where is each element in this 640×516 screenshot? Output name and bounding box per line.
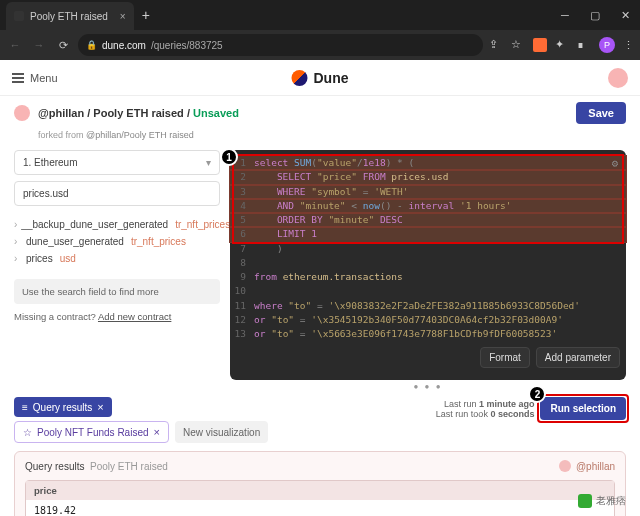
address-bar[interactable]: 🔒 dune.com/queries/883725 (78, 34, 483, 56)
column-header[interactable]: price (26, 481, 614, 500)
cell-value: 1819.42 (26, 500, 614, 516)
result-card: Query results Pooly ETH raised @phillan … (14, 451, 626, 516)
tab-close-icon[interactable]: × (154, 426, 160, 438)
dataset-value: 1. Ethereum (23, 157, 77, 168)
menu-button[interactable]: Menu (12, 72, 58, 84)
result-header: Query results Pooly ETH raised @phillan (25, 460, 615, 472)
code-line[interactable]: 10 (230, 284, 626, 298)
tab-close-icon[interactable]: × (120, 11, 126, 22)
brand-name: Dune (314, 70, 349, 86)
search-hint: Use the search field to find more (14, 279, 220, 304)
hamburger-icon (12, 73, 24, 83)
tab-icon: ≡ (22, 402, 28, 413)
nav-reload-icon[interactable]: ⟳ (54, 39, 72, 52)
nav-forward-icon: → (30, 39, 48, 51)
extension-icons: P ⋮ (489, 37, 634, 53)
schema-tree-row[interactable]: dune_user_generated tr_nft_prices (14, 233, 220, 250)
brand[interactable]: Dune (292, 70, 349, 86)
maximize-button[interactable]: ▢ (580, 9, 610, 22)
annotation-marker-1: 1 (220, 148, 238, 166)
nav-back-icon[interactable]: ← (6, 39, 24, 51)
window-controls: ─ ▢ ✕ (550, 9, 640, 22)
tab-favicon (14, 11, 24, 21)
add-contract-link[interactable]: Add new contract (98, 311, 171, 322)
code-line[interactable]: 5 ORDER BY "minute" DESC (230, 213, 626, 227)
editor-panel: 1 ⚙ 1select SUM("value"/1e18) * (2 SELEC… (230, 150, 626, 380)
save-button[interactable]: Save (576, 102, 626, 124)
url-path: /queries/883725 (151, 40, 223, 51)
code-line[interactable]: 4 AND "minute" < now() - interval '1 hou… (230, 199, 626, 213)
fork-info: forked from @phillan/Pooly ETH raised (0, 130, 640, 146)
breadcrumb-status: Unsaved (193, 107, 239, 119)
browser-menu-icon[interactable]: ⋮ (623, 39, 634, 52)
code-line[interactable]: 12or "to" = '\x3545192b340F50d77403DC0A6… (230, 313, 626, 327)
code-line[interactable]: 8 (230, 256, 626, 270)
code-line[interactable]: 2 SELECT "price" FROM prices.usd (230, 170, 626, 184)
result-owner[interactable]: @phillan (559, 460, 615, 472)
new-tab-button[interactable]: + (142, 7, 150, 23)
breadcrumb: @phillan / Pooly ETH raised / Unsaved (38, 107, 239, 119)
run-selection-button[interactable]: Run selection (540, 397, 626, 420)
schema-tree-row[interactable]: __backup_dune_user_generated tr_nft_pric… (14, 216, 220, 233)
code-line[interactable]: 3 WHERE "symbol" = 'WETH' (230, 185, 626, 199)
watermark-icon (578, 494, 592, 508)
tab-title: Pooly ETH raised (30, 11, 108, 22)
extension-icon[interactable] (533, 38, 547, 52)
page-content: Menu Dune @phillan / Pooly ETH raised / … (0, 60, 640, 516)
watermark: 老雅痞 (578, 494, 626, 508)
viz-tabs-row: ≡ Query results × ☆ Pooly NFT Funds Rais… (0, 393, 640, 443)
new-visualization-button[interactable]: New visualization (175, 421, 268, 443)
menu-label: Menu (30, 72, 58, 84)
query-header: @phillan / Pooly ETH raised / Unsaved Sa… (0, 96, 640, 130)
bookmark-icon[interactable] (511, 38, 525, 52)
sql-editor[interactable]: ⚙ 1select SUM("value"/1e18) * (2 SELECT … (230, 150, 626, 380)
editor-settings-icon[interactable]: ⚙ (611, 156, 618, 173)
owner-avatar-small (559, 460, 571, 472)
run-button-wrap: 2 Run selection (540, 397, 626, 420)
dataset-select[interactable]: 1. Ethereum (14, 150, 220, 175)
code-line[interactable]: 13or "to" = '\x5663e3E096f1743e7788F1bCD… (230, 327, 626, 341)
schema-explorer: 1. Ethereum __backup_dune_user_generated… (14, 150, 220, 393)
browser-toolbar: ← → ⟳ 🔒 dune.com/queries/883725 P ⋮ (0, 30, 640, 60)
add-parameter-button[interactable]: Add parameter (536, 347, 620, 368)
schema-tree-row[interactable]: prices usd (14, 250, 220, 267)
share-icon[interactable] (489, 38, 503, 52)
editor-footer: Format Add parameter (230, 341, 626, 374)
code-line[interactable]: 1select SUM("value"/1e18) * ( (230, 156, 626, 170)
apps-icon[interactable] (577, 38, 591, 52)
code-line[interactable]: 9from ethereum.transactions (230, 270, 626, 284)
fork-link[interactable]: @phillan/Pooly ETH raised (86, 130, 194, 140)
app-header: Menu Dune (0, 60, 640, 96)
result-title: Query results Pooly ETH raised (25, 461, 168, 472)
tab-viz-1[interactable]: ☆ Pooly NFT Funds Raised × (14, 421, 169, 443)
lock-icon: 🔒 (86, 40, 97, 50)
schema-tree: __backup_dune_user_generated tr_nft_pric… (14, 216, 220, 267)
brand-logo-icon (292, 70, 308, 86)
editor-column: 1 ⚙ 1select SUM("value"/1e18) * (2 SELEC… (230, 150, 626, 393)
browser-tab[interactable]: Pooly ETH raised × (6, 2, 134, 30)
code-line[interactable]: 11where "to" = '\x9083832e2F2aDe2FE382a9… (230, 299, 626, 313)
split-handle[interactable]: ● ● ● (230, 382, 626, 391)
format-button[interactable]: Format (480, 347, 530, 368)
tab-close-icon[interactable]: × (97, 401, 103, 413)
breadcrumb-title[interactable]: Pooly ETH raised (93, 107, 183, 119)
tab-query-results[interactable]: ≡ Query results × (14, 397, 112, 417)
code-line[interactable]: 7 ) (230, 242, 626, 256)
tab-icon: ☆ (23, 427, 32, 438)
schema-search-input[interactable] (14, 181, 220, 206)
owner-avatar[interactable] (14, 105, 30, 121)
extensions-menu-icon[interactable] (555, 38, 569, 52)
result-table: price 1819.42 (25, 480, 615, 516)
add-contract-hint: Missing a contract? Add new contract (14, 304, 220, 329)
run-info: Last run 1 minute ago Last run took 0 se… (436, 397, 535, 419)
user-avatar[interactable] (608, 68, 628, 88)
close-button[interactable]: ✕ (610, 9, 640, 22)
minimize-button[interactable]: ─ (550, 9, 580, 22)
window-titlebar: Pooly ETH raised × + ─ ▢ ✕ (0, 0, 640, 30)
workarea: 1. Ethereum __backup_dune_user_generated… (0, 146, 640, 393)
breadcrumb-owner[interactable]: @phillan (38, 107, 84, 119)
profile-avatar[interactable]: P (599, 37, 615, 53)
url-host: dune.com (102, 40, 146, 51)
code-line[interactable]: 6 LIMIT 1 (230, 227, 626, 241)
